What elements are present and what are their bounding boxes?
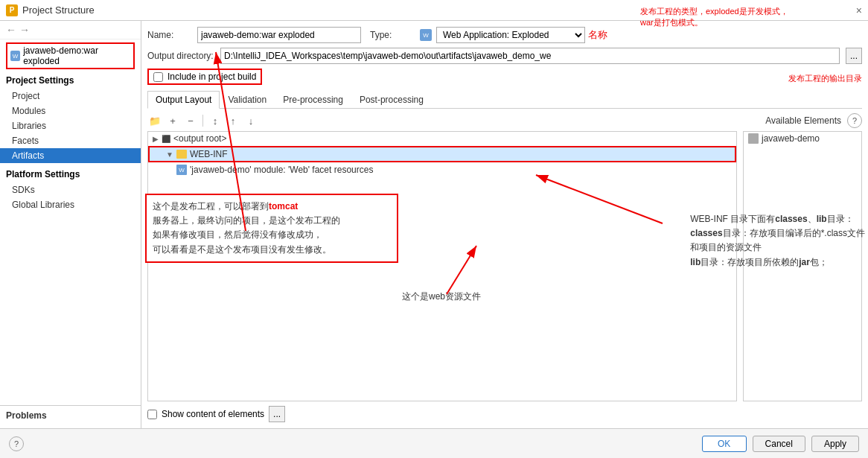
tree-item-module-resource[interactable]: W 'javaweb-demo' module: 'Web' facet res… <box>148 163 736 176</box>
sidebar-item-sdks[interactable]: SDKs <box>0 182 141 197</box>
show-content-checkbox[interactable] <box>147 410 157 419</box>
include-checkbox-wrapper: Include in project build <box>147 69 262 85</box>
output-dir-row: Output directory: ... <box>147 48 862 64</box>
close-button[interactable]: × <box>856 4 862 16</box>
expand-arrow-icon: ▼ <box>166 150 173 159</box>
browse-button[interactable]: ... <box>846 48 862 64</box>
name-type-row: Name: Type: W Web Application: Exploded … <box>147 27 862 43</box>
footer-help-button[interactable]: ? <box>9 436 24 451</box>
available-item-label: javaweb-demo <box>762 133 820 144</box>
tab-pre-processing[interactable]: Pre-processing <box>275 91 351 109</box>
arrow-down-icon[interactable]: ↓ <box>243 113 258 128</box>
bottom-row: Show content of elements ... <box>147 406 862 422</box>
ok-button[interactable]: OK <box>702 436 747 452</box>
available-item-javaweb[interactable]: javaweb-demo <box>744 132 861 145</box>
tab-toolbar: 📁 + − ↕ ↑ ↓ Available Elements ? <box>147 113 862 128</box>
main-content-area: Name: Type: W Web Application: Exploded … <box>141 21 868 428</box>
name-input[interactable] <box>197 27 361 43</box>
add-icon[interactable]: + <box>165 113 180 128</box>
artifact-icon: W <box>10 51 20 61</box>
platform-settings-label: Platform Settings <box>0 166 141 182</box>
available-elements-label: Available Elements <box>765 115 841 126</box>
nav-buttons: ← → <box>0 21 141 39</box>
include-checkbox[interactable] <box>153 72 163 82</box>
main-layout: ← → W javaweb-demo:war exploded Project … <box>0 21 868 428</box>
project-settings-label: Project Settings <box>0 72 141 89</box>
include-label: Include in project build <box>167 71 256 82</box>
tab-content: 📁 + − ↕ ↑ ↓ Available Elements ? ▶ ⬛ <box>147 113 862 422</box>
show-content-label: Show content of elements <box>162 409 264 419</box>
sidebar-item-facets[interactable]: Facets <box>0 133 141 148</box>
title-bar: P Project Structure × <box>0 0 868 21</box>
tree-item-webinf[interactable]: ▼ WEB-INF <box>148 146 736 162</box>
tab-post-processing[interactable]: Post-processing <box>351 91 432 109</box>
include-project-build-row: Include in project build <box>147 69 862 85</box>
type-icon: W <box>420 29 432 41</box>
type-row: W Web Application: Exploded Web Applicat… <box>420 27 585 43</box>
output-dir-label: Output directory: <box>147 51 214 61</box>
folder-icon <box>176 150 187 159</box>
module-file-icon: W <box>176 165 187 175</box>
toolbar-separator <box>202 115 203 127</box>
module-icon <box>748 133 759 144</box>
dialog-footer: ? OK Cancel Apply <box>0 428 868 458</box>
type-label: Type: <box>370 30 411 40</box>
dialog-title: Project Structure <box>22 4 95 16</box>
tabs-bar: Output Layout Validation Pre-processing … <box>147 91 862 109</box>
problems-section: Problems <box>0 405 141 428</box>
problems-label: Problems <box>6 410 135 421</box>
apply-button[interactable]: Apply <box>811 436 859 452</box>
remove-icon[interactable]: − <box>183 113 198 128</box>
sidebar: ← → W javaweb-demo:war exploded Project … <box>0 21 141 428</box>
sidebar-item-project[interactable]: Project <box>0 89 141 104</box>
arrow-up-icon[interactable]: ↑ <box>226 113 240 128</box>
forward-button[interactable]: → <box>19 24 30 36</box>
tree-item-output-root[interactable]: ▶ ⬛ <output root> <box>148 132 736 145</box>
webinf-label: WEB-INF <box>190 149 228 159</box>
tab-output-layout[interactable]: Output Layout <box>147 91 220 109</box>
sidebar-item-artifacts[interactable]: Artifacts <box>0 148 141 163</box>
name-label: Name: <box>147 30 188 40</box>
artifact-item-highlighted[interactable]: W javaweb-demo:war exploded <box>6 42 135 69</box>
module-resource-label: 'javaweb-demo' module: 'Web' facet resou… <box>190 165 373 175</box>
output-root-icon: ⬛ <box>162 135 170 143</box>
available-elements-box: javaweb-demo <box>743 131 862 401</box>
sidebar-item-global-libraries[interactable]: Global Libraries <box>0 197 141 212</box>
sidebar-item-libraries[interactable]: Libraries <box>0 118 141 133</box>
cancel-button[interactable]: Cancel <box>753 436 805 452</box>
type-select[interactable]: Web Application: Exploded Web Applicatio… <box>436 27 585 43</box>
sidebar-item-modules[interactable]: Modules <box>0 104 141 118</box>
sort-icon[interactable]: ↕ <box>208 113 223 128</box>
folder-plus-icon[interactable]: 📁 <box>147 113 162 128</box>
tree-item-label: <output root> <box>173 133 226 144</box>
arrow-icon: ▶ <box>153 135 159 143</box>
show-content-button[interactable]: ... <box>269 406 285 422</box>
artifact-item-label: javaweb-demo:war exploded <box>23 45 130 66</box>
back-button[interactable]: ← <box>6 24 16 36</box>
tab-validation[interactable]: Validation <box>220 91 275 109</box>
output-dir-input[interactable] <box>220 48 840 64</box>
app-icon: P <box>6 4 18 16</box>
help-icon[interactable]: ? <box>847 113 862 128</box>
available-elements-panel: javaweb-demo <box>743 131 862 401</box>
sidebar-artifact-wrapper: W javaweb-demo:war exploded <box>0 39 141 72</box>
two-panel: ▶ ⬛ <output root> ▼ WEB-INF W 'javaweb-d… <box>147 131 862 401</box>
output-layout-panel: ▶ ⬛ <output root> ▼ WEB-INF W 'javaweb-d… <box>147 131 737 401</box>
